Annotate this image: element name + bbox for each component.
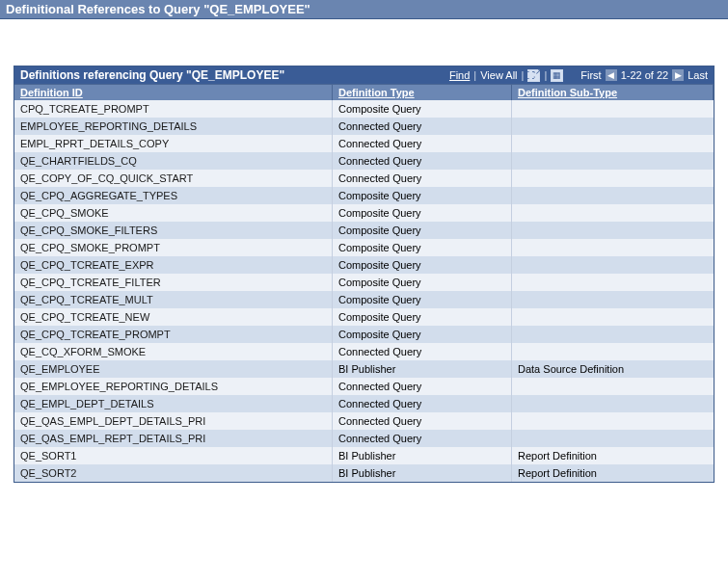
cell-definition-subtype: [512, 170, 714, 187]
table-row: QE_COPY_OF_CQ_QUICK_STARTConnected Query: [14, 170, 714, 187]
cell-definition-id: QE_SORT2: [14, 464, 333, 482]
cell-definition-id: QE_CPQ_TCREATE_EXPR: [14, 256, 333, 274]
cell-definition-subtype: [512, 326, 714, 343]
cell-definition-type: Composite Query: [333, 326, 512, 343]
view-all-link[interactable]: View All: [480, 69, 517, 81]
cell-definition-id: QE_CPQ_SMOKE_FILTERS: [14, 222, 333, 239]
grid-title: Definitions referencing Query "QE_EMPLOY…: [20, 68, 284, 82]
cell-definition-type: Composite Query: [333, 187, 512, 204]
table-row: QE_EMPLOYEEBI PublisherData Source Defin…: [14, 360, 714, 378]
cell-definition-type: Composite Query: [333, 274, 512, 291]
table-row: QE_CQ_XFORM_SMOKEConnected Query: [14, 343, 714, 360]
table-row: QE_CPQ_TCREATE_PROMPTComposite Query: [14, 326, 714, 343]
results-grid: Definitions referencing Query "QE_EMPLOY…: [13, 66, 715, 483]
cell-definition-type: Connected Query: [333, 430, 512, 447]
cell-definition-id: EMPLOYEE_REPORTING_DETAILS: [14, 118, 333, 135]
cell-definition-id: QE_EMPL_DEPT_DETAILS: [14, 395, 333, 412]
table-row: QE_QAS_EMPL_DEPT_DETAILS_PRIConnected Qu…: [14, 412, 714, 430]
cell-definition-id: QE_EMPLOYEE_REPORTING_DETAILS: [14, 378, 333, 395]
cell-definition-id: QE_CPQ_SMOKE_PROMPT: [14, 239, 333, 256]
cell-definition-subtype: [512, 274, 714, 291]
cell-definition-subtype: [512, 378, 714, 395]
cell-definition-type: BI Publisher: [333, 464, 512, 482]
cell-definition-type: Composite Query: [333, 100, 512, 118]
cell-definition-subtype: Data Source Definition: [512, 360, 714, 378]
pager: First ◀ 1-22 of 22 ▶ Last: [580, 69, 708, 81]
cell-definition-id: CPQ_TCREATE_PROMPT: [14, 100, 333, 118]
cell-definition-id: QE_CPQ_SMOKE: [14, 204, 333, 222]
column-headers: Definition ID Definition Type Definition…: [14, 84, 714, 100]
grid-titlebar: Definitions referencing Query "QE_EMPLOY…: [14, 66, 714, 84]
table-row: QE_CPQ_SMOKE_PROMPTComposite Query: [14, 239, 714, 256]
cell-definition-id: QE_QAS_EMPL_REPT_DETAILS_PRI: [14, 430, 333, 447]
table-row: QE_CPQ_TCREATE_NEWComposite Query: [14, 308, 714, 326]
separator: |: [473, 69, 476, 81]
cell-definition-id: QE_QAS_EMPL_DEPT_DETAILS_PRI: [14, 412, 333, 430]
find-link[interactable]: Find: [449, 69, 470, 81]
cell-definition-type: Connected Query: [333, 118, 512, 135]
separator: |: [544, 69, 547, 81]
cell-definition-type: Composite Query: [333, 239, 512, 256]
cell-definition-type: Composite Query: [333, 222, 512, 239]
cell-definition-subtype: [512, 187, 714, 204]
table-row: QE_CPQ_TCREATE_MULTComposite Query: [14, 291, 714, 308]
cell-definition-type: BI Publisher: [333, 447, 512, 464]
cell-definition-type: Composite Query: [333, 256, 512, 274]
pager-last-link[interactable]: Last: [688, 69, 708, 81]
cell-definition-subtype: [512, 291, 714, 308]
cell-definition-subtype: [512, 152, 714, 170]
col-header-definition-type[interactable]: Definition Type: [333, 85, 512, 100]
separator: |: [522, 69, 525, 81]
cell-definition-type: Connected Query: [333, 343, 512, 360]
cell-definition-subtype: [512, 308, 714, 326]
table-row: QE_CPQ_TCREATE_FILTERComposite Query: [14, 274, 714, 291]
cell-definition-type: Connected Query: [333, 378, 512, 395]
cell-definition-type: Connected Query: [333, 152, 512, 170]
cell-definition-id: QE_CQ_XFORM_SMOKE: [14, 343, 333, 360]
cell-definition-id: QE_COPY_OF_CQ_QUICK_START: [14, 170, 333, 187]
col-header-definition-id[interactable]: Definition ID: [14, 85, 333, 100]
cell-definition-type: BI Publisher: [333, 360, 512, 378]
download-icon[interactable]: ▦: [551, 69, 563, 82]
cell-definition-type: Composite Query: [333, 204, 512, 222]
cell-definition-id: EMPL_RPRT_DETAILS_COPY: [14, 135, 333, 152]
cell-definition-subtype: [512, 204, 714, 222]
table-row: QE_QAS_EMPL_REPT_DETAILS_PRIConnected Qu…: [14, 430, 714, 447]
table-row: QE_CPQ_SMOKE_FILTERSComposite Query: [14, 222, 714, 239]
cell-definition-id: QE_CPQ_TCREATE_MULT: [14, 291, 333, 308]
page-title: Definitional References to Query "QE_EMP…: [0, 0, 728, 19]
cell-definition-subtype: [512, 395, 714, 412]
cell-definition-type: Connected Query: [333, 412, 512, 430]
cell-definition-id: QE_CPQ_TCREATE_NEW: [14, 308, 333, 326]
table-row: QE_CPQ_SMOKEComposite Query: [14, 204, 714, 222]
zoom-icon[interactable]: ⛶↗: [527, 69, 540, 82]
cell-definition-type: Connected Query: [333, 395, 512, 412]
pager-first-link[interactable]: First: [580, 69, 601, 81]
cell-definition-id: QE_CPQ_AGGREGATE_TYPES: [14, 187, 333, 204]
table-row: CPQ_TCREATE_PROMPTComposite Query: [14, 100, 714, 118]
cell-definition-type: Connected Query: [333, 135, 512, 152]
cell-definition-id: QE_SORT1: [14, 447, 333, 464]
cell-definition-type: Composite Query: [333, 308, 512, 326]
table-row: QE_CHARTFIELDS_CQConnected Query: [14, 152, 714, 170]
cell-definition-subtype: Report Definition: [512, 464, 714, 482]
col-header-definition-subtype[interactable]: Definition Sub-Type: [512, 85, 714, 100]
grid-actions: Find | View All | ⛶↗ | ▦ First ◀ 1-22 of…: [449, 69, 708, 82]
cell-definition-subtype: [512, 239, 714, 256]
table-row: QE_EMPLOYEE_REPORTING_DETAILSConnected Q…: [14, 378, 714, 395]
cell-definition-subtype: [512, 135, 714, 152]
pager-next-icon[interactable]: ▶: [672, 69, 684, 81]
cell-definition-type: Composite Query: [333, 291, 512, 308]
table-row: QE_SORT2BI PublisherReport Definition: [14, 464, 714, 482]
table-row: EMPLOYEE_REPORTING_DETAILSConnected Quer…: [14, 118, 714, 135]
cell-definition-id: QE_CHARTFIELDS_CQ: [14, 152, 333, 170]
cell-definition-subtype: [512, 412, 714, 430]
table-row: QE_CPQ_AGGREGATE_TYPESComposite Query: [14, 187, 714, 204]
table-row: EMPL_RPRT_DETAILS_COPYConnected Query: [14, 135, 714, 152]
pager-prev-icon[interactable]: ◀: [606, 69, 617, 81]
table-row: QE_SORT1BI PublisherReport Definition: [14, 447, 714, 464]
cell-definition-id: QE_CPQ_TCREATE_PROMPT: [14, 326, 333, 343]
cell-definition-subtype: [512, 100, 714, 118]
cell-definition-type: Connected Query: [333, 170, 512, 187]
cell-definition-id: QE_CPQ_TCREATE_FILTER: [14, 274, 333, 291]
